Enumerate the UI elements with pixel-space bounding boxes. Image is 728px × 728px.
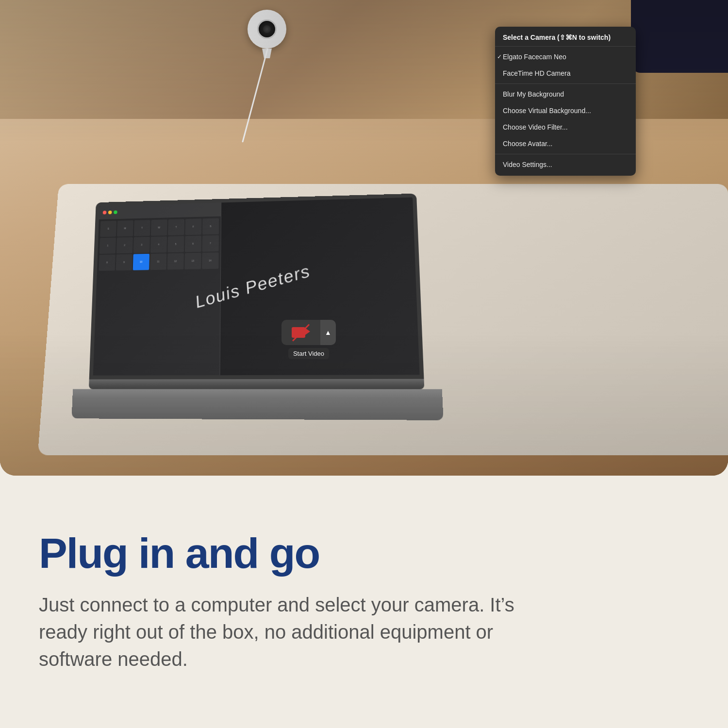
menu-item-facetime[interactable]: FaceTime HD Camera [495, 65, 636, 82]
page-container: S M T W T F S 1 2 3 [0, 0, 728, 728]
menu-separator-1 [495, 83, 636, 84]
sub-text: Just connect to a computer and select yo… [39, 591, 524, 673]
menu-header: Select a Camera (⇧⌘N to switch) [495, 30, 636, 47]
desk-scene: S M T W T F S 1 2 3 [0, 0, 728, 476]
menu-separator-2 [495, 154, 636, 154]
menu-item-virtual-bg[interactable]: Choose Virtual Background... [495, 102, 636, 119]
menu-item-avatar[interactable]: Choose Avatar... [495, 135, 636, 152]
menu-item-facetime-label: FaceTime HD Camera [503, 69, 571, 77]
menu-item-video-filter-label: Choose Video Filter... [503, 123, 568, 131]
menu-item-video-settings-label: Video Settings... [503, 161, 552, 168]
image-section: S M T W T F S 1 2 3 [0, 0, 728, 476]
menu-item-blur-label: Blur My Background [503, 90, 564, 98]
text-section: Plug in and go Just connect to a compute… [0, 476, 728, 728]
menu-item-elgato-label: Elgato Facecam Neo [503, 53, 566, 61]
menu-item-video-filter[interactable]: Choose Video Filter... [495, 119, 636, 135]
menu-item-video-settings[interactable]: Video Settings... [495, 156, 636, 173]
menu-item-blur[interactable]: Blur My Background [495, 86, 636, 102]
menu-item-virtual-bg-label: Choose Virtual Background... [503, 107, 591, 115]
main-heading: Plug in and go [39, 531, 689, 576]
menu-item-elgato[interactable]: Elgato Facecam Neo [495, 49, 636, 65]
camera-dropdown-menu: Select a Camera (⇧⌘N to switch) Elgato F… [495, 27, 636, 176]
menu-item-avatar-label: Choose Avatar... [503, 140, 552, 148]
